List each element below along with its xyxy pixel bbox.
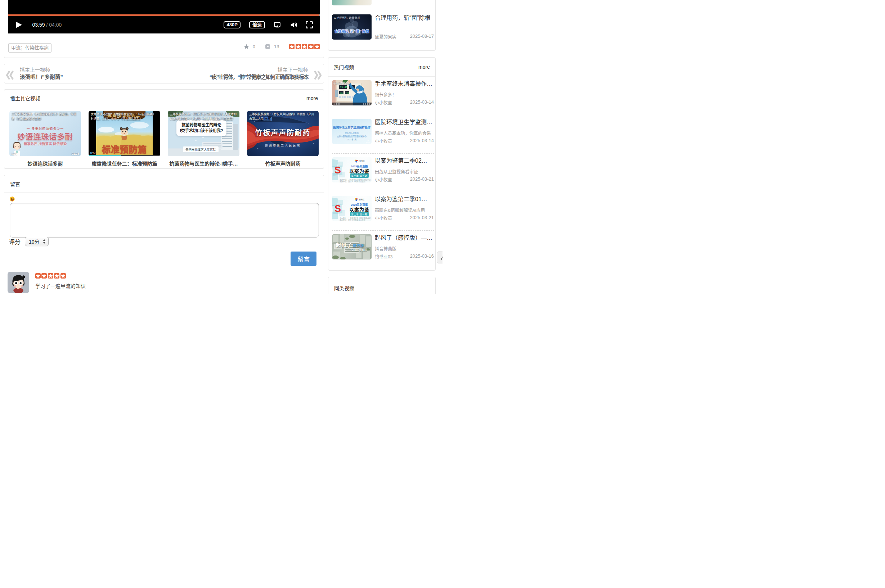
hot-videos-more-link[interactable]: more (418, 64, 430, 70)
hot-videos-card: 热门视频 more 15:46 0:0 193 759 (328, 57, 436, 271)
play-count: 13 (274, 44, 279, 49)
comment-text: 学习了一遍甲流的知识 (35, 282, 86, 290)
sidebar-video-title[interactable]: 以案为鉴第二季02… (375, 157, 434, 165)
sidebar-video-title[interactable]: 起风了（感控版）—… (375, 234, 434, 242)
uploader-video-item[interactable]: 抗菌药物与医生的辩论 I类手术切口该不该用我? 贵阳市花溪区人民医院 三等奖获奖… (168, 111, 239, 168)
video-tag[interactable]: 甲流；传染性疾病 (8, 43, 51, 52)
star-icon (296, 44, 301, 49)
sidebar-video-item[interactable]: 22-合理用药，斩"菌"除根 合理用药, 斩 "菌" 除根 合理用药，斩“菌”除… (332, 10, 434, 51)
sidebar-video-title[interactable]: 医院环境卫生学监测… (375, 119, 434, 126)
sidebar-video-subtitle: 田靓从卫监视角看审证 (375, 168, 434, 174)
uploader-video-item[interactable]: 竹板声声防耐药 郑州市第二人民医院 三等奖获奖视频：《竹板声声防耐药》周丽娜（郑… (247, 111, 319, 168)
video-thumbnail: 抗菌药物与医生的辩论 I类手术切口该不该用我? 贵阳市花溪区人民医院 三等奖获奖… (168, 111, 239, 156)
sidebar-video-subtitle: 细节多多！ (375, 92, 434, 98)
thumb-footer: 贵阳市花溪区人民医院 (183, 147, 219, 152)
sidebar-video-item[interactable] (332, 0, 434, 10)
comment-rating-stars (35, 273, 86, 279)
thumb-caption: 三等奖获奖视频：《竹板声声防耐药》周丽娜（郑州市第二人民医院) (247, 111, 319, 123)
star-icon (54, 273, 59, 278)
thumb-line1: 抗菌药物与医生的辩论 (177, 122, 226, 128)
video-title[interactable]: 魔童降世任务二：标准预防篇 (89, 161, 160, 168)
svg-text:S: S (335, 165, 341, 176)
sidebar-video-date: 2025-03-14 (410, 99, 434, 105)
favorite-count: 0 (253, 44, 255, 49)
sidebar-video-title[interactable]: 以案为鉴第二季01… (375, 196, 434, 203)
thumb-line2: I类手术切口该不该用我? (177, 128, 226, 134)
sidebar-video-date: 2025-03-16 (410, 254, 434, 260)
sidebar-latest-card: 22-合理用药，斩"菌"除根 合理用药, 斩 "菌" 除根 合理用药，斩“菌”除… (328, 0, 436, 51)
thumb-title: 标准预防篇 (96, 142, 153, 155)
airplay-button[interactable] (273, 21, 281, 29)
video-meta-row: 甲流；传染性疾病 0 13 (8, 43, 320, 52)
video-thumbnail: S SIFIC 2025系列直播 以案为鉴 第二季 第一期 主办单位：上海斯菲克… (332, 196, 371, 221)
volume-icon (290, 21, 298, 29)
play-icon (366, 139, 370, 142)
rating-star-icon (296, 44, 301, 49)
airplay-icon (273, 21, 281, 29)
video-thumbnail: 医院环境卫生学监测采样操作 启东市人民医院 启东市医院感染管理质量控制中心 20… (332, 119, 371, 144)
rating-star-icon (308, 44, 314, 49)
video-player[interactable]: 03:59 / 04:00 480P 倍速 (8, 0, 320, 33)
related-videos-card: 同类视频 (328, 277, 436, 294)
sidebar-video-item[interactable]: S SIFIC 2025系列直播 以案为鉴 第二季 第一期 主办单位：上海斯菲克… (332, 192, 434, 230)
comment-input[interactable] (10, 203, 319, 238)
video-title[interactable]: 妙语连珠话多耐 (9, 161, 81, 168)
rating-select[interactable]: 10分 (25, 237, 49, 246)
sidebar-video-item[interactable]: S SIFIC 2025系列直播 以案为鉴 第二季 第二期 主办单位：上海斯菲克… (332, 153, 434, 192)
emoji-picker-icon[interactable] (10, 196, 15, 201)
video-thumbnail: 22-合理用药，斩"菌"除根 合理用药, 斩 "菌" 除根 (332, 14, 371, 40)
sidebar-video-item[interactable]: 起风了感控版 ——CRBSI零容忍 起风了（感控版）—… 抖音神曲版 约书亚03… (332, 230, 434, 270)
star-icon (42, 273, 47, 278)
uploader-video-item[interactable]: 魔童降世任务二 标准预防篇 优秀奖获奖视频：《魔童 (89, 111, 160, 168)
star-icon (308, 44, 313, 49)
sidebar-video-date: 2025-03-21 (410, 176, 434, 183)
sidebar-video-subtitle: 感控人员基本功，你真的会采 (375, 130, 434, 136)
floating-widget-button[interactable] (437, 252, 443, 263)
video-thumbnail: 起风了感控版 ——CRBSI零容忍 (332, 234, 371, 260)
video-thumbnail: 一 多重耐药菌知多少一 妙语连珠话多耐 精准防控 措施落实 降低感染 (9, 111, 81, 156)
video-rating-stars[interactable] (289, 44, 320, 49)
video-title[interactable]: 竹板声声防耐药 (247, 161, 319, 168)
comments-title: 留言 (10, 180, 20, 188)
rating-star-icon (60, 273, 66, 279)
volume-button[interactable] (290, 21, 298, 29)
thumb-sub: ——CRBSI零容忍 (332, 248, 367, 252)
svg-text:SIFIC: SIFIC (359, 198, 365, 201)
thumb-time-start: 0:55 (90, 151, 96, 155)
sidebar-video-title[interactable]: 手术室终末消毒操作… (375, 80, 434, 87)
prev-video-label: 播主上一视频 (20, 67, 63, 73)
double-chevron-left-icon (6, 70, 14, 80)
thumb-label: 手术室终末消毒 (334, 81, 350, 85)
sidebar-video-author: 小小牧童 (375, 99, 392, 105)
uploader-videos-card: 播主其它视频 more 一 多重耐药菌知多少一 妙语连珠话多耐 精准防控 措施落… (4, 89, 324, 169)
video-progress-bar[interactable] (8, 14, 320, 16)
play-count-icon (265, 44, 270, 49)
thumb-tag: 感控版 (353, 244, 364, 248)
quality-button[interactable]: 480P (224, 21, 240, 29)
rating-star-icon (302, 44, 307, 49)
next-video-link[interactable]: 播主下一视频 “痰”吐得体，“肺”常健康之如何正确留取痰标本 (204, 67, 322, 80)
video-thumbnail: 15:46 0:0 193 759 (332, 80, 371, 105)
prev-video-link[interactable]: 播主上一视频 滚蛋吧！\"多耐菌” (6, 67, 69, 80)
sidebar-video-date: 2025-03-14 (410, 138, 434, 144)
duration: / 04:00 (46, 22, 62, 28)
play-button[interactable] (16, 22, 22, 28)
thumb-title: 医院环境卫生学监测采样操作 (332, 125, 371, 129)
uploader-video-item[interactable]: 一 多重耐药菌知多少一 妙语连珠话多耐 精准防控 措施落实 降低感染 (9, 111, 81, 168)
sidebar-video-item[interactable]: 15:46 0:0 193 759 (332, 76, 434, 115)
sidebar-video-subtitle: 抖音神曲版 (375, 245, 434, 252)
thumb-line1: 启东市人民医院 (332, 132, 371, 135)
hot-videos-title: 热门视频 (334, 63, 354, 70)
comment-item: 学习了一遍甲流的知识 (8, 272, 319, 293)
related-videos-title: 同类视频 (328, 277, 435, 291)
sidebar-video-title[interactable]: 合理用药，斩“菌”除根 (375, 14, 434, 22)
video-title[interactable]: 抗菌药物与医生的辩论-I类手… (168, 161, 239, 168)
thumb-badge: 第二季 第二期 (350, 174, 369, 178)
star-icon (36, 273, 40, 278)
fullscreen-button[interactable] (306, 21, 313, 28)
submit-comment-button[interactable]: 留言 (290, 252, 317, 266)
uploader-videos-more-link[interactable]: more (307, 95, 318, 101)
favorite-star-icon[interactable] (244, 44, 249, 49)
sidebar-video-item[interactable]: 医院环境卫生学监测采样操作 启东市人民医院 启东市医院感染管理质量控制中心 20… (332, 115, 434, 153)
speed-button[interactable]: 倍速 (249, 21, 264, 29)
